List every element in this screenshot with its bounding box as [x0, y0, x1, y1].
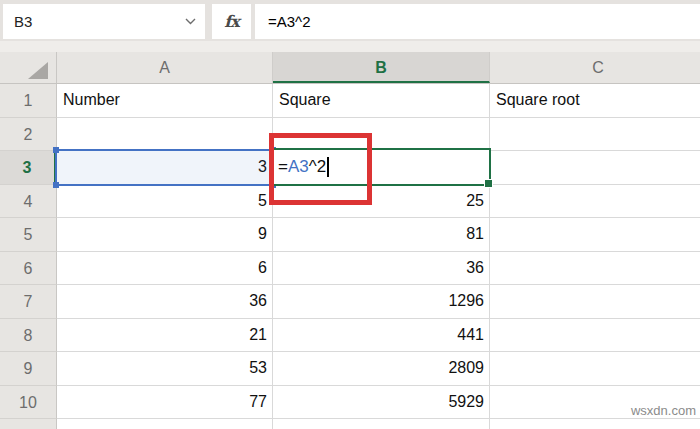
cell-a1[interactable]: Number	[57, 84, 273, 118]
cell-c7[interactable]	[490, 285, 700, 319]
cell-b9[interactable]: 2809	[273, 352, 490, 386]
insert-function-button[interactable]: fx	[212, 4, 251, 39]
fill-handle[interactable]	[484, 179, 493, 188]
cell-a10[interactable]: 77	[57, 386, 273, 420]
cell-c1[interactable]: Square root	[490, 84, 700, 118]
column-header-c[interactable]: C	[490, 52, 700, 83]
column-header-b-selected[interactable]: B	[273, 52, 490, 83]
cell-b5[interactable]: 81	[273, 218, 490, 252]
cell-c8[interactable]	[490, 319, 700, 353]
table-row: 5981	[0, 218, 700, 252]
cell-c3[interactable]	[490, 151, 700, 185]
row-header-1[interactable]: 1	[0, 84, 57, 118]
row-header-4[interactable]: 4	[0, 185, 57, 219]
formula-bar-region: B3 fx =A3^2	[0, 0, 700, 41]
cell-a8[interactable]: 21	[57, 319, 273, 353]
cell-a11[interactable]	[57, 419, 273, 429]
table-row: 11	[0, 419, 700, 429]
column-header-a[interactable]: A	[57, 52, 273, 83]
cell-b8[interactable]: 441	[273, 319, 490, 353]
excel-window: B3 fx =A3^2 A B C 1NumberSquareSquare ro…	[0, 0, 700, 429]
watermark: wsxdn.com	[631, 403, 696, 418]
cell-c6[interactable]	[490, 252, 700, 286]
table-row: 9532809	[0, 352, 700, 386]
cell-b6[interactable]: 36	[273, 252, 490, 286]
name-box-value: B3	[3, 13, 32, 30]
cell-b7[interactable]: 1296	[273, 285, 490, 319]
select-all-triangle-icon	[28, 62, 48, 79]
chevron-down-icon[interactable]	[185, 18, 196, 25]
row-header-8[interactable]: 8	[0, 319, 57, 353]
row-header-7[interactable]: 7	[0, 285, 57, 319]
fx-icon: fx	[224, 12, 238, 31]
cell-b10[interactable]: 5929	[273, 386, 490, 420]
row-header-10[interactable]: 10	[0, 386, 57, 420]
cell-b1[interactable]: Square	[273, 84, 490, 118]
cell-a4[interactable]: 5	[57, 185, 273, 219]
select-all-corner[interactable]	[0, 52, 57, 83]
table-row: 10775929	[0, 386, 700, 420]
row-header-3[interactable]: 3	[0, 151, 57, 185]
cell-a6[interactable]: 6	[57, 252, 273, 286]
cell-b11[interactable]	[273, 419, 490, 429]
row-header-11[interactable]: 11	[0, 419, 57, 429]
reference-handle-icon[interactable]	[53, 147, 59, 153]
row-header-5[interactable]: 5	[0, 218, 57, 252]
cell-a7[interactable]: 36	[57, 285, 273, 319]
cell-c5[interactable]	[490, 218, 700, 252]
cell-a2[interactable]	[57, 118, 273, 152]
table-row: 821441	[0, 319, 700, 353]
cell-a9[interactable]: 53	[57, 352, 273, 386]
cell-a5[interactable]: 9	[57, 218, 273, 252]
row-header-9[interactable]: 9	[0, 352, 57, 386]
annotation-red-box	[269, 133, 372, 205]
cell-c2[interactable]	[490, 118, 700, 152]
reference-handle-icon[interactable]	[53, 182, 59, 188]
formula-bar-input[interactable]: =A3^2	[255, 4, 700, 39]
column-header-row: A B C	[0, 52, 700, 84]
cell-c4[interactable]	[490, 185, 700, 219]
formula-bar-text: =A3^2	[255, 13, 311, 30]
table-row: 6636	[0, 252, 700, 286]
row-header-2[interactable]: 2	[0, 118, 57, 152]
reference-highlight-a3	[55, 149, 274, 186]
toolbar-grid-divider	[0, 41, 700, 52]
name-box[interactable]: B3	[3, 4, 205, 39]
table-row: 1NumberSquareSquare root	[0, 84, 700, 118]
row-header-6[interactable]: 6	[0, 252, 57, 286]
table-row: 7361296	[0, 285, 700, 319]
cell-c9[interactable]	[490, 352, 700, 386]
cell-c11[interactable]	[490, 419, 700, 429]
